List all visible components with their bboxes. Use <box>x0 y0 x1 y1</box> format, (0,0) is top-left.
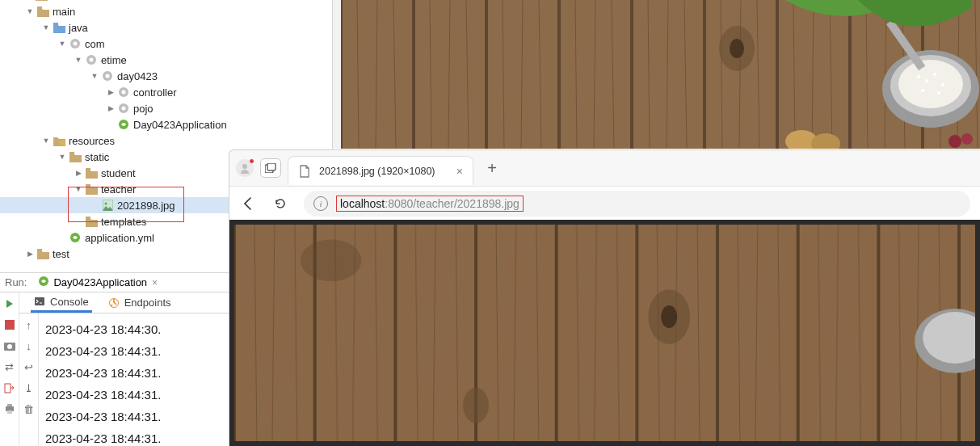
close-icon[interactable]: × <box>152 277 158 288</box>
tree-item-label: 2021898.jpg <box>117 200 175 212</box>
svg-point-67 <box>661 305 677 328</box>
tab-title: 2021898.jpg (1920×1080) <box>319 166 435 177</box>
svg-point-22 <box>961 133 973 145</box>
notification-dot-icon <box>249 158 254 164</box>
browser-tab[interactable]: 2021898.jpg (1920×1080) × <box>288 156 473 185</box>
disclosure-arrow-icon[interactable]: ▶ <box>107 88 115 96</box>
soft-wrap-icon[interactable]: ↩ <box>23 360 36 373</box>
url-text: localhost:8080/teacher/2021898.jpg <box>336 196 524 212</box>
svg-rect-45 <box>37 249 42 251</box>
tree-item[interactable]: ▶pojo <box>0 100 332 116</box>
tree-item[interactable]: ▼day0423 <box>0 68 332 84</box>
spring-icon <box>38 276 49 289</box>
tree-item-label: static <box>85 151 109 163</box>
disclosure-arrow-icon[interactable]: ▼ <box>42 23 50 32</box>
disclosure-arrow-icon[interactable]: ▼ <box>74 56 82 64</box>
disclosure-arrow-icon[interactable]: ▶ <box>26 250 34 258</box>
tab-console[interactable]: Console <box>31 292 92 313</box>
close-icon[interactable]: × <box>456 165 463 178</box>
camera-icon[interactable] <box>3 339 16 352</box>
tree-item-label: com <box>85 38 105 50</box>
spring-icon <box>117 118 130 131</box>
disclosure-arrow-icon[interactable]: ▼ <box>58 40 66 48</box>
clear-icon[interactable]: 🗑 <box>23 402 36 415</box>
tab-overview-button[interactable] <box>260 158 281 178</box>
folder-blue-icon <box>53 21 65 34</box>
layout-icon[interactable]: ⇄ <box>3 360 16 373</box>
svg-rect-52 <box>5 384 11 393</box>
disclosure-arrow-icon[interactable]: ▼ <box>90 72 99 80</box>
profile-avatar[interactable] <box>236 159 254 177</box>
disclosure-arrow-icon[interactable]: ▼ <box>26 7 34 15</box>
tree-item-label: pojo <box>133 103 154 115</box>
disclosure-arrow-icon[interactable]: ▼ <box>58 153 66 161</box>
reload-button[interactable] <box>271 195 289 212</box>
disclosure-arrow-icon[interactable]: ▼ <box>74 185 82 193</box>
svg-point-16 <box>921 89 924 92</box>
tree-item-label: student <box>101 167 136 179</box>
tree-item-label: etime <box>101 54 127 66</box>
svg-point-13 <box>925 79 928 82</box>
scroll-to-end-icon[interactable]: ⤓ <box>23 381 36 394</box>
back-button[interactable] <box>239 195 257 212</box>
svg-point-33 <box>122 90 126 95</box>
pkg-icon <box>117 102 130 115</box>
svg-rect-38 <box>69 152 74 154</box>
tree-item-label: templates <box>101 216 146 228</box>
site-info-icon[interactable]: i <box>313 196 328 211</box>
folder-icon <box>36 247 49 260</box>
svg-point-8 <box>730 39 744 58</box>
svg-point-29 <box>90 58 94 62</box>
spring-icon <box>69 231 82 244</box>
tree-item[interactable]: ▶controller <box>0 84 332 100</box>
tree-item-label: test <box>53 248 69 260</box>
run-label: Run: <box>5 276 27 288</box>
svg-rect-40 <box>86 184 90 187</box>
svg-rect-25 <box>53 23 58 25</box>
disclosure-arrow-icon[interactable]: ▶ <box>107 104 115 112</box>
folder-icon <box>35 0 48 2</box>
run-config-tab[interactable]: Day0423Application × <box>33 273 162 292</box>
folder-icon <box>69 150 82 163</box>
console-icon <box>34 296 45 307</box>
tabs-icon <box>265 163 276 173</box>
tree-item[interactable]: ▼main <box>0 3 332 19</box>
splitter[interactable] <box>333 0 341 149</box>
browser-content <box>229 220 980 446</box>
tree-item-label: main <box>53 6 75 18</box>
svg-rect-43 <box>86 217 90 219</box>
svg-rect-24 <box>37 6 42 9</box>
svg-rect-55 <box>7 410 12 414</box>
svg-point-51 <box>7 344 12 349</box>
browser-toolbar: i localhost:8080/teacher/2021898.jpg <box>229 186 980 220</box>
tree-item[interactable]: ▼java <box>0 19 332 36</box>
svg-point-68 <box>463 388 489 423</box>
endpoints-icon <box>108 297 120 309</box>
address-bar[interactable]: i localhost:8080/teacher/2021898.jpg <box>304 191 970 217</box>
svg-point-69 <box>301 239 362 281</box>
svg-point-12 <box>917 75 920 78</box>
print-icon[interactable] <box>3 402 16 415</box>
rerun-button[interactable] <box>3 297 16 310</box>
down-arrow-icon[interactable]: ↓ <box>23 339 36 352</box>
new-tab-button[interactable]: + <box>480 156 504 180</box>
stop-button[interactable] <box>3 318 16 331</box>
tree-item[interactable]: ▼com <box>0 36 332 52</box>
run-sidebar-toolbar: ⇄ <box>0 292 19 446</box>
pkg-icon <box>69 37 82 50</box>
tab-endpoints[interactable]: Endpoints <box>105 292 175 313</box>
svg-rect-58 <box>267 163 275 170</box>
disclosure-arrow-icon[interactable]: ▶ <box>74 169 82 177</box>
svg-point-31 <box>106 74 110 78</box>
svg-point-56 <box>242 164 247 169</box>
pkg-icon <box>101 69 114 82</box>
exit-icon[interactable] <box>3 381 16 394</box>
tree-item[interactable]: ▼resources <box>0 133 332 149</box>
svg-rect-54 <box>7 404 12 406</box>
up-arrow-icon[interactable]: ↑ <box>23 318 36 331</box>
tree-item-label: java <box>69 22 88 34</box>
file-img-icon <box>101 199 114 212</box>
tree-item[interactable]: Day0423Application <box>0 116 332 133</box>
disclosure-arrow-icon[interactable]: ▼ <box>42 137 50 145</box>
tree-item[interactable]: ▼etime <box>0 52 332 68</box>
